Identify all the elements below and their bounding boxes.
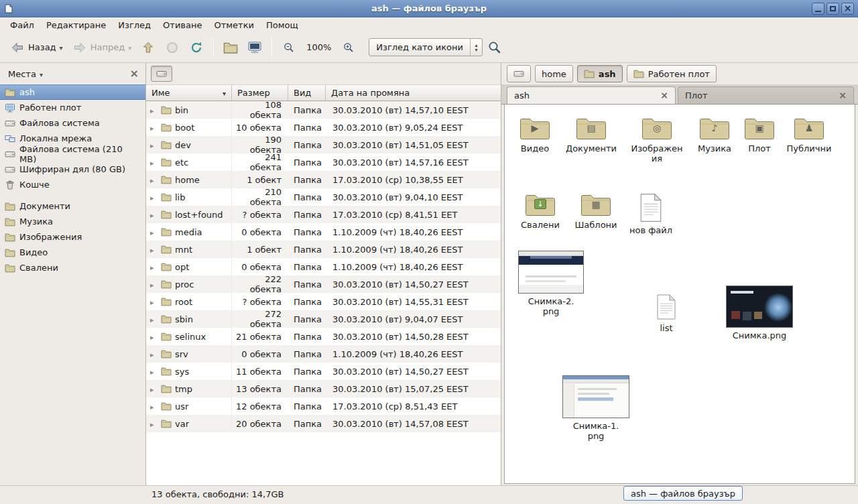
computer-button[interactable] [243,36,267,59]
path-button[interactable]: ash [577,65,623,82]
table-row[interactable]: bin108 обектаПапка30.03.2010 (вт) 14,57,… [146,101,501,119]
search-button[interactable] [483,36,507,59]
expander-icon[interactable] [150,367,158,377]
expander-icon[interactable] [150,262,158,272]
back-button[interactable]: Назад [5,36,68,59]
chevron-down-icon[interactable] [60,42,63,52]
sidebar-close-button[interactable] [130,68,139,79]
tab[interactable]: Плот [678,86,854,104]
table-row[interactable]: sys11 обектаПапка30.03.2010 (вт) 14,50,2… [146,363,501,380]
table-row[interactable]: etc241 обектаПапка30.03.2010 (вт) 14,57,… [146,153,501,171]
sidebar-item[interactable]: ash [0,84,145,100]
icon-view-item[interactable]: ▤Документи [564,115,619,153]
expander-icon[interactable] [150,227,158,237]
menu-item[interactable]: Редактиране [40,19,112,32]
icon-view-item[interactable]: нов файл [625,193,676,235]
up-button[interactable] [136,36,160,59]
tab-close-button[interactable] [839,90,847,101]
table-row[interactable]: usr12 обектаПапка17.03.2010 (ср) 8,51,43… [146,397,501,415]
home-folder-button[interactable] [219,36,243,59]
icon-view-item[interactable]: ♟Публични [781,115,837,153]
view-mode-select[interactable]: Изглед като икони [369,38,483,56]
root-path-button[interactable] [151,66,172,82]
icon-view-item[interactable]: ♪Музика [687,115,742,153]
menu-item[interactable]: Отметки [208,19,259,32]
path-button[interactable]: Работен плот [627,65,717,82]
table-row[interactable]: proc222 обектаПапка30.03.2010 (вт) 14,50… [146,275,501,293]
sidebar-item[interactable]: Документи [0,198,145,214]
icon-view-item[interactable]: Снимка.png [726,286,793,340]
expander-icon[interactable] [150,384,158,394]
expander-icon[interactable] [150,175,158,185]
sidebar-item[interactable]: Музика [0,214,145,229]
table-row[interactable]: home1 обектПапка17.03.2010 (ср) 10,38,55… [146,171,501,188]
expander-icon[interactable] [150,123,158,133]
menu-item[interactable]: Помощ [260,19,304,32]
taskbar-window-button[interactable]: ash — файлов браузър [623,486,743,501]
path-button[interactable] [507,65,531,82]
icon-view-item[interactable]: ◎Изображен ия [627,115,687,164]
maximize-button[interactable] [826,3,839,15]
sidebar-item[interactable]: Кошче [0,177,145,192]
icon-view-item[interactable]: Снимка-1. png [562,375,629,441]
column-header[interactable]: Вид [288,84,326,101]
expander-icon[interactable] [150,279,158,290]
table-row[interactable]: tmp13 обектаПапка30.03.2010 (вт) 15,07,2… [146,380,501,397]
expander-icon[interactable] [150,192,158,202]
column-header[interactable]: Име [146,84,232,101]
table-row[interactable]: var20 обектаПапка30.03.2010 (вт) 14,57,0… [146,415,501,432]
table-row[interactable]: selinux21 обектаПапка30.03.2010 (вт) 14,… [146,328,501,345]
places-selector[interactable]: Места [5,68,46,80]
table-row[interactable]: opt0 обектаПапка1.10.2009 (чт) 18,40,26 … [146,258,501,275]
sidebar-item[interactable]: Видео [0,245,145,260]
close-button[interactable] [841,3,854,15]
zoom-in-button[interactable] [336,36,361,59]
sidebar-item[interactable]: Файлова система (210 MB) [0,146,145,162]
sidebar-item[interactable]: Шифриран дял (80 GB) [0,162,145,177]
table-row[interactable]: lost+found? обектаПапка17.03.2010 (ср) 8… [146,206,501,223]
expander-icon[interactable] [150,332,158,342]
zoom-out-button[interactable] [277,36,301,59]
icon-view-item[interactable]: ▶Видео [509,115,561,153]
sidebar-item[interactable]: Работен плот [0,100,145,115]
icon-view-item[interactable]: ↓Свалени [514,192,566,230]
column-header[interactable]: Размер [232,84,288,101]
expander-icon[interactable] [150,158,158,168]
expander-icon[interactable] [150,349,158,359]
stop-button[interactable] [160,36,184,59]
table-row[interactable]: dev190 обектаПапка30.03.2010 (вт) 14,51,… [146,136,501,153]
minimize-button[interactable] [812,3,824,15]
expander-icon[interactable] [150,401,158,412]
tab-close-button[interactable] [660,90,668,101]
icon-view-item[interactable]: ▦Шаблони [569,192,623,230]
expander-icon[interactable] [150,140,158,150]
expander-icon[interactable] [150,210,158,220]
icon-view[interactable]: ▶Видео▤Документи◎Изображен ия♪Музика▣Пло… [504,105,855,484]
tab[interactable]: ash [507,86,676,104]
menu-item[interactable]: Отиване [157,19,208,32]
table-row[interactable]: media0 обектаПапка1.10.2009 (чт) 18,40,2… [146,223,501,241]
icon-view-item[interactable]: list [647,294,686,333]
path-button[interactable]: home [535,65,573,82]
column-header[interactable]: Дата на промяна [326,84,501,101]
sidebar-item[interactable]: Файлова система [0,115,145,131]
table-row[interactable]: boot10 обектаПапка30.03.2010 (вт) 9,05,2… [146,119,501,136]
table-row[interactable]: srv0 обектаПапка1.10.2009 (чт) 18,40,26 … [146,345,501,363]
spinner-arrows-icon[interactable] [470,39,482,56]
menu-item[interactable]: Изглед [112,19,157,32]
expander-icon[interactable] [150,314,158,324]
expander-icon[interactable] [150,245,158,255]
expander-icon[interactable] [150,105,158,115]
table-row[interactable]: sbin272 обектаПапка30.03.2010 (вт) 9,04,… [146,310,501,328]
icon-view-item[interactable]: ▣Плот [735,115,784,153]
sidebar-item[interactable]: Свалени [0,260,145,275]
table-row[interactable]: lib210 обектаПапка30.03.2010 (вт) 9,04,1… [146,188,501,206]
expander-icon[interactable] [150,297,158,307]
reload-button[interactable] [184,36,208,59]
table-row[interactable]: mnt1 обектПапка1.10.2009 (чт) 18,40,26 E… [146,241,501,258]
expander-icon[interactable] [150,419,158,429]
table-row[interactable]: root? обектаПапка30.03.2010 (вт) 14,55,3… [146,293,501,310]
forward-button[interactable]: Напред [68,36,137,59]
sidebar-item[interactable]: Изображения [0,229,145,245]
menu-item[interactable]: Файл [4,19,40,32]
